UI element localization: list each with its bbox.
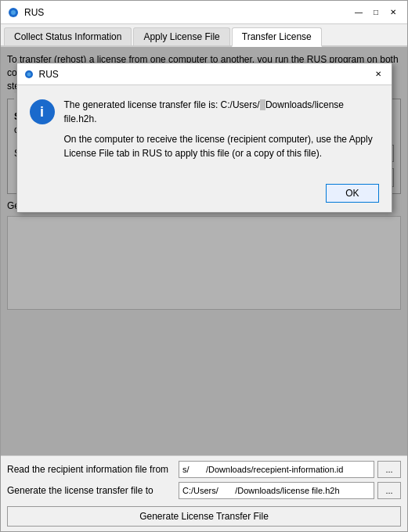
title-bar: RUS — □ ✕ [1,1,407,24]
tab-collect-status[interactable]: Collect Status Information [4,27,132,45]
app-icon [7,6,20,19]
tab-apply-license[interactable]: Apply License File [133,27,229,45]
generate-file-label: Generate the license transfer file to [7,485,175,496]
maximize-button[interactable]: □ [368,5,384,20]
minimize-button[interactable]: — [351,5,366,20]
dialog-line2: On the computer to receive the license (… [64,132,379,160]
redacted-text [260,99,265,110]
svg-point-3 [27,72,31,76]
dialog-text-block: The generated license transfer file is: … [64,98,379,167]
window-title: RUS [24,7,351,18]
main-window: RUS — □ ✕ Collect Status Information App… [0,0,408,532]
dialog-line1: The generated license transfer file is: … [64,98,379,126]
dialog-title-bar: RUS ✕ [17,63,392,85]
tab-transfer-license[interactable]: Transfer License [232,27,322,47]
generate-transfer-button[interactable]: Generate License Transfer File [7,506,401,527]
window-controls: — □ ✕ [351,5,401,20]
read-recipient-label: Read the recipient information file from [7,464,175,475]
svg-point-1 [11,10,16,15]
generate-file-row: Generate the license transfer file to ..… [7,482,401,499]
generate-file-browse-button[interactable]: ... [377,482,401,499]
read-recipient-input[interactable] [179,461,374,478]
close-button[interactable]: ✕ [385,5,401,20]
dialog-title: RUS [39,69,371,80]
dialog-body: i The generated license transfer file is… [17,85,392,179]
dialog: RUS ✕ i The generated license transfer f… [16,63,392,213]
content-area: To transfer (rehost) a license from one … [1,47,407,455]
dialog-content-row: i The generated license transfer file is… [30,98,379,167]
generate-file-input[interactable] [179,482,374,499]
bottom-area: Read the recipient information file from… [1,455,407,531]
read-recipient-row: Read the recipient information file from… [7,461,401,478]
read-recipient-browse-button[interactable]: ... [377,461,401,478]
tab-bar: Collect Status Information Apply License… [1,24,407,47]
ok-button[interactable]: OK [326,184,378,203]
dialog-footer: OK [17,179,392,212]
modal-overlay: RUS ✕ i The generated license transfer f… [1,47,407,455]
info-icon: i [30,99,55,124]
dialog-app-icon [23,69,34,80]
dialog-close-button[interactable]: ✕ [371,68,385,81]
